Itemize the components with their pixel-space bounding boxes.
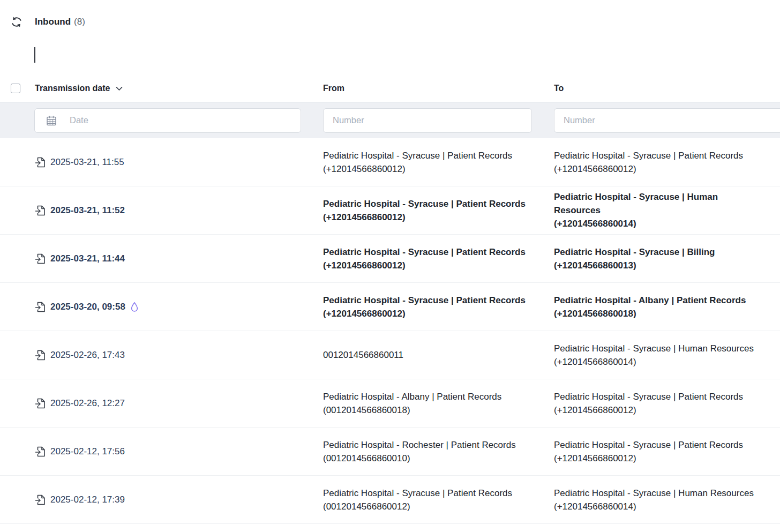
inbound-fax-icon (35, 494, 46, 506)
to-number: (+12014566860012) (554, 403, 759, 417)
refresh-button[interactable] (10, 15, 24, 29)
from-cell: Pediatric Hospital - Syracuse | Patient … (323, 476, 554, 523)
from-number: (+12014566860012) (323, 162, 532, 176)
from-name: 0012014566860011 (323, 348, 532, 362)
to-name: Pediatric Hospital - Syracuse | Human Re… (554, 342, 759, 355)
inbound-fax-icon (35, 156, 46, 168)
to-name: Pediatric Hospital - Albany | Patient Re… (554, 294, 759, 307)
from-number: (+12014566860012) (323, 307, 532, 320)
inbound-fax-icon (35, 253, 46, 265)
to-cell: Pediatric Hospital - Syracuse | Patient … (554, 138, 780, 186)
from-name: Pediatric Hospital - Syracuse | Patient … (323, 294, 532, 307)
transmission-date: 2025-03-21, 11:44 (50, 253, 125, 264)
to-cell: Pediatric Hospital - Syracuse | Patient … (554, 428, 780, 475)
table-header-row: Transmission date From To (0, 75, 780, 102)
chevron-down-icon[interactable] (116, 86, 123, 91)
to-number: (+12014566860012) (554, 452, 759, 465)
filter-row (0, 102, 780, 138)
from-number: (+12014566860012) (323, 211, 532, 224)
topbar: Inbound (8) (10, 15, 85, 29)
table-row[interactable]: 2025-02-12, 17:56 Pediatric Hospital - R… (0, 428, 780, 476)
from-number: (0012014566860018) (323, 403, 532, 417)
refresh-icon (11, 16, 22, 28)
from-number: (0012014566860010) (323, 452, 532, 465)
from-number-filter-input[interactable] (323, 108, 532, 133)
from-cell: Pediatric Hospital - Syracuse | Patient … (323, 235, 554, 282)
transmission-date: 2025-02-26, 12:27 (50, 398, 125, 409)
to-cell: Pediatric Hospital - Syracuse | Billing … (554, 235, 780, 282)
to-cell: Pediatric Hospital - Syracuse | Human Re… (554, 331, 780, 379)
to-number: (+12014566860014) (554, 500, 759, 513)
to-name: Pediatric Hospital - Syracuse | Patient … (554, 438, 759, 452)
table-body: 2025-03-21, 11:55 Pediatric Hospital - S… (0, 138, 780, 524)
table-row[interactable]: 2025-02-12, 17:39 Pediatric Hospital - S… (0, 476, 780, 524)
transmission-date: 2025-02-26, 17:43 (50, 350, 125, 361)
inbound-count-badge: (8) (74, 17, 85, 27)
table-row[interactable]: 2025-03-21, 11:44 Pediatric Hospital - S… (0, 235, 780, 283)
to-name: Pediatric Hospital - Syracuse | Patient … (554, 390, 759, 403)
transmission-date: 2025-03-21, 11:52 (50, 205, 125, 216)
table-row[interactable]: 2025-02-26, 17:43 0012014566860011 Pedia… (0, 331, 780, 379)
from-cell: Pediatric Hospital - Albany | Patient Re… (323, 379, 554, 427)
to-name: Pediatric Hospital - Syracuse | Human Re… (554, 486, 759, 500)
from-name: Pediatric Hospital - Syracuse | Patient … (323, 486, 532, 500)
from-name: Pediatric Hospital - Albany | Patient Re… (323, 390, 532, 403)
from-cell: Pediatric Hospital - Syracuse | Patient … (323, 138, 554, 186)
from-cell: Pediatric Hospital - Syracuse | Patient … (323, 283, 554, 331)
from-name: Pediatric Hospital - Rochester | Patient… (323, 438, 532, 452)
inbound-fax-icon (35, 446, 46, 458)
to-name: Pediatric Hospital - Syracuse | Patient … (554, 149, 759, 162)
inbound-fax-icon (35, 205, 46, 216)
transmission-date: 2025-02-12, 17:56 (50, 446, 125, 457)
table-row[interactable]: 2025-03-20, 09:58 Pediatric Hospital - S… (0, 283, 780, 331)
from-number: (0012014566860012) (323, 500, 532, 513)
to-number: (+12014566860014) (554, 217, 759, 230)
transmission-date: 2025-02-12, 17:39 (50, 494, 125, 505)
redacted-droplet-icon (130, 302, 139, 312)
inbound-fax-icon (35, 398, 46, 409)
from-cell: 0012014566860011 (323, 331, 554, 379)
transmission-date: 2025-03-20, 09:58 (50, 302, 125, 312)
to-name: Pediatric Hospital - Syracuse | Billing (554, 245, 759, 259)
inbound-fax-icon (35, 301, 46, 313)
from-name: Pediatric Hospital - Syracuse | Patient … (323, 245, 532, 259)
to-cell: Pediatric Hospital - Syracuse | Human Re… (554, 186, 780, 234)
from-name: Pediatric Hospital - Syracuse | Patient … (323, 149, 532, 162)
text-cursor (34, 47, 35, 63)
transmission-date: 2025-03-21, 11:55 (50, 157, 124, 168)
to-number: (+12014566860012) (554, 162, 759, 176)
table-row[interactable]: 2025-02-26, 12:27 Pediatric Hospital - A… (0, 379, 780, 428)
to-cell: Pediatric Hospital - Albany | Patient Re… (554, 283, 780, 331)
table-row[interactable]: 2025-03-21, 11:55 Pediatric Hospital - S… (0, 138, 780, 186)
from-name: Pediatric Hospital - Syracuse | Patient … (323, 197, 532, 211)
to-number: (+12014566860013) (554, 259, 759, 272)
to-number: (+12014566860018) (554, 307, 759, 320)
column-from: From (323, 84, 554, 93)
to-cell: Pediatric Hospital - Syracuse | Patient … (554, 379, 780, 427)
select-all-checkbox[interactable] (11, 84, 20, 93)
from-number: (+12014566860012) (323, 259, 532, 272)
table-row[interactable]: 2025-03-21, 11:52 Pediatric Hospital - S… (0, 186, 780, 235)
page-title: Inbound (35, 17, 71, 27)
column-transmission-date[interactable]: Transmission date (35, 84, 110, 93)
from-cell: Pediatric Hospital - Rochester | Patient… (323, 428, 554, 475)
to-number: (+12014566860014) (554, 355, 759, 369)
to-number-filter-input[interactable] (554, 108, 780, 133)
from-cell: Pediatric Hospital - Syracuse | Patient … (323, 186, 554, 234)
date-filter-input[interactable] (34, 108, 301, 133)
to-cell: Pediatric Hospital - Syracuse | Human Re… (554, 476, 780, 523)
inbound-fax-icon (35, 349, 46, 361)
column-to: To (554, 84, 780, 93)
to-name: Pediatric Hospital - Syracuse | Human Re… (554, 190, 759, 217)
